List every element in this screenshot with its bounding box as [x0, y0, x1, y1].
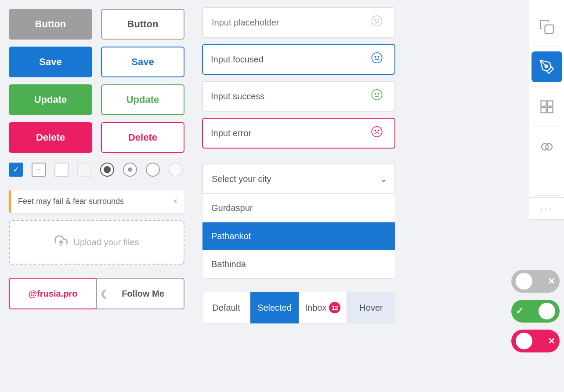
input-focused[interactable]: [202, 44, 395, 75]
button-row-gray: Button Button: [9, 9, 184, 40]
input-success[interactable]: [202, 81, 395, 112]
input-error-row: Input error: [202, 118, 391, 149]
dropdown-item-gurdaspur[interactable]: Gurdaspur: [202, 194, 395, 222]
blend-icon-button[interactable]: [531, 131, 562, 162]
toggle-check-1: ✓: [516, 305, 524, 317]
toggle-off-gray[interactable]: ✕: [511, 270, 560, 293]
svg-point-21: [546, 144, 552, 150]
checkbox-unchecked[interactable]: [54, 163, 69, 177]
svg-point-5: [372, 53, 382, 63]
toggle-x-3: ✕: [548, 336, 555, 346]
svg-rect-14: [545, 25, 553, 34]
transform-icon-button[interactable]: [531, 91, 562, 122]
controls-row: ✓ −: [9, 163, 184, 177]
smiley-focused-icon: [371, 52, 383, 67]
dropdown-item-pathankot[interactable]: Pathankot: [202, 222, 395, 250]
radio-selected[interactable]: [100, 163, 114, 177]
alert-box: Feet may fail & fear surrounds ×: [9, 190, 184, 213]
button-row-blue: Save Save: [9, 47, 184, 77]
alert-text: Feet may fail & fear surrounds: [18, 197, 168, 206]
svg-point-1: [372, 16, 382, 26]
toggle-x-1: ✕: [548, 276, 555, 287]
dropdown-list: Gurdaspur Pathankot Bathinda: [202, 194, 395, 279]
svg-rect-19: [547, 108, 553, 113]
button-blue-solid[interactable]: Save: [9, 47, 92, 77]
upload-text: Upload your files: [74, 237, 139, 247]
upload-icon: [54, 234, 68, 250]
toggle-off-pink[interactable]: ✕: [511, 330, 560, 352]
checkbox-disabled: [77, 163, 91, 177]
toolbar-divider-3: [534, 127, 560, 127]
button-row-pink: Delete Delete: [9, 122, 184, 153]
smiley-neutral-icon: [371, 15, 383, 30]
svg-rect-17: [547, 101, 553, 106]
checkbox-checked[interactable]: ✓: [9, 163, 23, 177]
tab-inbox-label: Inbox: [305, 303, 327, 313]
input-placeholder[interactable]: [202, 7, 395, 38]
button-pink-solid[interactable]: Delete: [9, 122, 92, 153]
button-gray-outline[interactable]: Button: [101, 9, 184, 40]
toolbar-divider-2: [534, 87, 560, 87]
select-placeholder: Select your city: [212, 174, 271, 184]
svg-rect-16: [541, 101, 546, 106]
follow-button[interactable]: ❮ Follow Me: [96, 278, 184, 309]
radio-unselected[interactable]: [146, 163, 160, 177]
button-row-green: Update Update: [9, 84, 184, 115]
follow-label: Follow Me: [122, 289, 164, 299]
tab-bar-bottom: Default Selected Inbox 12 Hover: [202, 292, 395, 323]
toggle-circle-2: [539, 303, 555, 319]
svg-point-4: [378, 19, 379, 20]
pen-icon-button[interactable]: [531, 51, 562, 82]
smiley-error-icon: [371, 126, 383, 141]
tab-inbox-badge: 12: [329, 302, 340, 313]
svg-point-9: [375, 93, 376, 94]
svg-point-13: [378, 130, 379, 131]
button-green-outline[interactable]: Update: [101, 84, 184, 115]
radio-disabled: [169, 163, 183, 177]
smiley-success-icon: [371, 89, 383, 104]
select-field[interactable]: Select your city: [202, 163, 395, 194]
svg-point-12: [375, 130, 376, 131]
radio-selected2[interactable]: [123, 163, 137, 177]
toggle-circle-1: [516, 273, 532, 290]
svg-rect-18: [541, 108, 546, 113]
checkbox-indeterminate[interactable]: −: [32, 163, 46, 177]
link-button[interactable]: @frusia.pro: [9, 278, 97, 309]
toggle-circle-3: [516, 333, 532, 349]
radio-dot2: [128, 167, 132, 172]
input-success-row: Input success: [202, 81, 391, 112]
tab-hover[interactable]: Hover: [347, 292, 395, 323]
dropdown-item-bathinda[interactable]: Bathinda: [202, 250, 395, 278]
svg-point-7: [378, 56, 379, 57]
toggle-on-green[interactable]: ✓: [511, 300, 560, 323]
radio-dot: [104, 166, 111, 173]
svg-point-8: [372, 90, 382, 100]
svg-point-10: [378, 93, 379, 94]
upload-area[interactable]: Upload your files: [9, 220, 184, 265]
button-blue-outline[interactable]: Save: [101, 47, 184, 77]
button-green-solid[interactable]: Update: [9, 84, 92, 115]
tab-inbox[interactable]: Inbox 12: [299, 292, 347, 323]
more-button[interactable]: ···: [529, 197, 564, 219]
svg-point-6: [375, 56, 376, 57]
right-toolbar: ···: [529, 0, 564, 220]
svg-point-3: [375, 19, 376, 20]
toggles-panel: ✕ ✓ ✕: [507, 265, 564, 357]
input-error[interactable]: [202, 118, 395, 149]
copy-icon-button[interactable]: [531, 11, 562, 42]
svg-point-11: [372, 127, 382, 137]
select-wrapper: Select your city ⌄ Gurdaspur Pathankot B…: [202, 163, 391, 287]
tab-bar-left: @frusia.pro ❮ Follow Me: [9, 278, 184, 309]
toolbar-divider-4: [534, 195, 560, 196]
tab-selected[interactable]: Selected: [250, 292, 299, 323]
input-placeholder-row: [202, 7, 391, 38]
toolbar-divider-1: [534, 47, 560, 47]
button-gray-solid[interactable]: Button: [9, 9, 92, 40]
button-pink-outline[interactable]: Delete: [101, 122, 184, 153]
tab-default[interactable]: Default: [202, 292, 250, 323]
input-focused-row: Input focused: [202, 44, 391, 75]
alert-close-icon[interactable]: ×: [173, 197, 177, 206]
follow-chevron-icon: ❮: [100, 288, 107, 299]
